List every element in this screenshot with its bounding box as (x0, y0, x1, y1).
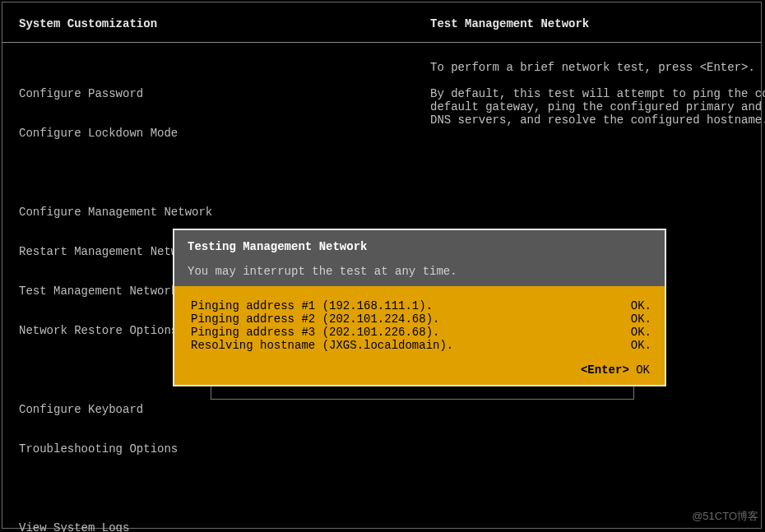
result-label: Pinging address #2 (202.101.224.68). (191, 312, 439, 326)
result-status: OK. (631, 312, 651, 326)
header-right-title: Test Management Network (430, 17, 744, 30)
menu-item-view-system-logs[interactable]: View System Logs (19, 521, 430, 532)
dialog-footer: <Enter> OK (191, 363, 651, 377)
result-label: Pinging address #3 (202.101.226.68). (191, 326, 439, 339)
result-row-4: Resolving hostname (JXGS.localdomain). O… (191, 339, 651, 352)
menu-blank (19, 166, 430, 179)
detail-line-1: To perform a brief network test, press <… (430, 61, 765, 74)
watermark: @51CTO博客 (692, 509, 758, 524)
result-status: OK. (631, 339, 651, 352)
result-label: Pinging address #1 (192.168.111.1). (191, 299, 433, 312)
detail-blank (430, 74, 765, 87)
header-row: System Customization Test Management Net… (2, 2, 761, 43)
detail-line-4: DNS servers, and resolve the configured … (430, 113, 765, 127)
menu-item-configure-password[interactable]: Configure Password (19, 87, 430, 100)
result-label: Resolving hostname (JXGS.localdomain). (191, 339, 453, 352)
detail-line-3: default gateway, ping the configured pri… (430, 100, 765, 113)
enter-key-hint[interactable]: <Enter> (581, 363, 629, 377)
menu-item-troubleshooting-options[interactable]: Troubleshooting Options (19, 442, 430, 456)
result-row-1: Pinging address #1 (192.168.111.1). OK. (191, 299, 651, 312)
dialog-subtitle: You may interrupt the test at any time. (188, 265, 651, 278)
result-status: OK. (631, 326, 651, 339)
detail-line-2: By default, this test will attempt to pi… (430, 87, 765, 100)
menu-blank (19, 482, 430, 495)
menu-item-configure-keyboard[interactable]: Configure Keyboard (19, 403, 430, 416)
result-status: OK. (631, 299, 651, 312)
ok-label[interactable]: OK (629, 363, 650, 377)
header-left-title: System Customization (19, 17, 430, 30)
dialog-title: Testing Management Network (188, 240, 651, 253)
result-row-2: Pinging address #2 (202.101.224.68). OK. (191, 312, 651, 326)
dialog-body: Pinging address #1 (192.168.111.1). OK. … (174, 286, 665, 385)
result-row-3: Pinging address #3 (202.101.226.68). OK. (191, 326, 651, 339)
dialog-header: Testing Management Network You may inter… (174, 230, 665, 286)
testing-network-dialog: Testing Management Network You may inter… (173, 229, 666, 386)
menu-item-configure-management-network[interactable]: Configure Management Network (19, 206, 430, 219)
menu-item-configure-lockdown-mode[interactable]: Configure Lockdown Mode (19, 127, 430, 140)
